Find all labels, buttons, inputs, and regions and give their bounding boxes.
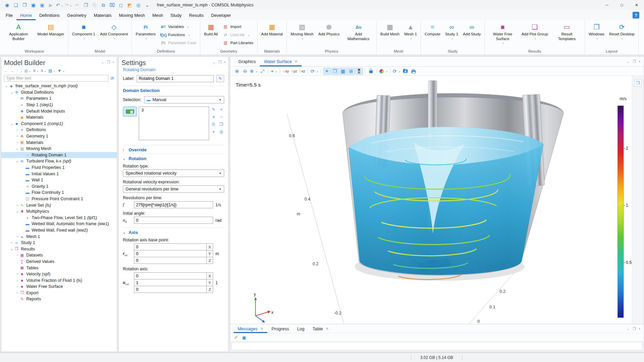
menu-moving-mesh[interactable]: Moving Mesh [115,10,148,20]
graphics-3d-scene[interactable]: 0.6 0.4 m 0.2 -0.2 0.2 0.1 0 [230,76,632,324]
tree-node[interactable]: ›▦Datasets [1,252,117,259]
velocity-expression-dropdown[interactable]: General revolutions per time▼ [123,185,224,193]
tree-node[interactable]: ›■Volume Fraction of Fluid 1 (ls) [1,277,117,283]
clear-selection-button[interactable]: ◩ [125,1,134,9]
tree-node[interactable]: ◗Two-Phase Flow, Level Set 1(tpf1) [1,214,117,221]
show-grid-button[interactable]: ▦ [339,68,347,75]
add-material-button[interactable]: ▦Add Material [259,21,285,48]
duplicate-button[interactable]: ⧉ [99,1,108,9]
selection-list-item[interactable]: 3 [141,108,206,113]
zoom-in-button[interactable]: ⊕ [233,68,241,75]
tree-node[interactable]: ⌄✱Multiphysics [1,208,117,215]
tree-node[interactable]: PiParameters 1 [1,95,117,102]
show-axis-orientation-button[interactable]: ⊞ [347,68,355,75]
zoom-box-button[interactable]: ⊕⌄ [249,68,258,75]
tree-node[interactable]: ◫Pressure Point Constraint 1 [1,196,117,202]
maximize-button[interactable]: □ [614,0,629,10]
parameters-button[interactable]: PiParameters⌄ [134,21,158,48]
new-file-button[interactable]: ❏ [11,1,20,9]
paste-button[interactable]: ⎘ [90,1,99,9]
image-snapshot-button[interactable] [402,68,409,75]
parameter-case-button[interactable]: PiParameter Case [159,40,198,46]
collapse-panel-icon[interactable]: ⌄ [626,327,630,331]
comsol-logo-button[interactable]: ◉ [3,1,11,9]
revolutions-input[interactable] [134,201,213,208]
application-builder-button[interactable]: AApplication Builder [2,21,35,48]
tree-node[interactable]: ›❒Export [1,290,117,296]
pin-panel-icon[interactable]: ▪ [639,59,640,64]
paste-selection-button[interactable]: ⎘ [211,121,216,127]
selection-list-button[interactable]: ≡ [211,114,216,120]
menu-study[interactable]: Study [167,10,185,20]
rotation-axis-y-input[interactable] [134,279,206,286]
menu-geometry[interactable]: Geometry [63,10,90,20]
tab-log[interactable]: Log [293,324,309,333]
redo-button[interactable]: ↷⌄ [64,1,73,9]
cut-button[interactable]: ✂ [73,1,81,9]
run-button[interactable]: ▶ [46,1,55,9]
rotation-axis-x-input[interactable] [134,273,206,279]
scene-light-button[interactable]: ☀ [323,68,331,75]
tree-node[interactable]: ◉Materials [1,114,117,121]
menu-results[interactable]: Results [185,10,207,20]
tree-node[interactable]: ›■Velocity (spf) [1,271,117,277]
zoom-selection-button[interactable]: ◻ [116,1,125,9]
tree-node[interactable]: ›▦Materials [1,139,117,146]
move-down-button[interactable]: ↓ [20,68,22,73]
tree-node[interactable]: ⌄❒Results [1,246,117,252]
selection-dropdown[interactable]: ▬ Manual ▼ [144,96,224,103]
zoom-extents-button[interactable]: ⤢ [259,68,266,75]
moving-mesh-button[interactable]: ▨Moving Mesh⌄ [289,21,315,48]
variables-button[interactable]: a=Variables⌄ [159,24,198,29]
tree-node[interactable]: ›∿Level Set(ls) [1,202,117,208]
environment-reflections-button[interactable]: ❐ [331,68,339,75]
chevron-down-icon[interactable]: ⌄ [123,157,126,160]
tree-node[interactable]: ⌄≋Turbulent Flow, k-ε(spf) [1,158,117,164]
study-button[interactable]: ∞Study 1⌄ [443,21,460,48]
tree-node[interactable]: ⌄■Component 1(comp1) [1,121,117,127]
node-label-button[interactable]: ▤⌄ [48,68,56,73]
add-study-button[interactable]: ∞Add Study [461,21,483,48]
expand-button[interactable]: ≡⌄ [33,68,39,73]
view-xz-button[interactable]: ↑xz [298,68,306,75]
pin-panel-icon[interactable]: ▪ [113,60,114,64]
tree-filter-input[interactable] [4,75,108,82]
find-button[interactable]: ◎ [134,1,143,9]
tree-node[interactable]: ◔Rotating Domain 1 [1,152,117,158]
close-icon[interactable]: ✕ [326,327,329,331]
minimize-button[interactable]: ─ [600,0,614,10]
base-point-x-input[interactable] [134,244,206,250]
graphics-canvas[interactable]: Time=5.5 s [230,76,632,324]
tree-node[interactable]: ›AGeometry 1 [1,133,117,140]
menu-developer[interactable]: Developer [207,10,235,20]
tree-node[interactable]: ›▲Mesh 1 [1,233,117,240]
help-button[interactable]: ? [633,12,639,19]
menu-home[interactable]: Home [16,10,36,20]
tree-node[interactable]: ⌄◈free_surface_mixer_ls.mph(root) [1,83,117,89]
selection-list[interactable]: 3 [139,107,209,140]
tab-progress[interactable]: Progress [267,324,293,333]
tree-node[interactable]: ⌄▨Moving Mesh [1,146,117,152]
open-file-button[interactable]: ❐ [20,1,29,9]
create-selection-button[interactable]: ✎ [211,107,216,112]
show-color-legend-button[interactable] [355,68,363,75]
show-on-screen-button[interactable]: ▣ [242,335,246,340]
tree-node[interactable]: ▬Fluid Properties 1 [1,164,117,171]
chevron-down-icon[interactable]: ⌄ [123,231,126,234]
float-panel-icon[interactable]: ❐ [218,60,222,64]
save-button[interactable]: ▣ [29,1,38,9]
initial-angle-input[interactable] [134,217,213,224]
messages-content[interactable] [231,342,643,351]
add-plot-group-button[interactable]: ❏Add Plot Group⌄ [519,21,550,48]
delete-button[interactable]: ⌧ [108,1,116,9]
float-panel-icon[interactable]: ❐ [107,60,110,64]
reset-desktop-button[interactable]: ⟳Reset Desktop⌄ [607,21,636,48]
tab-table[interactable]: Table✕ [308,324,333,333]
rotation-type-dropdown[interactable]: Specified rotational velocity▼ [123,170,224,177]
close-icon[interactable]: ✕ [260,327,263,331]
go-back-button[interactable]: ← [4,68,8,73]
copy-button[interactable]: ❐ [81,1,90,9]
undo-button[interactable]: ↶⌄ [55,1,64,9]
highlight-selection-button[interactable]: ⌖ [211,129,216,134]
tree-node[interactable]: ▬Initial Values 1 [1,171,117,177]
